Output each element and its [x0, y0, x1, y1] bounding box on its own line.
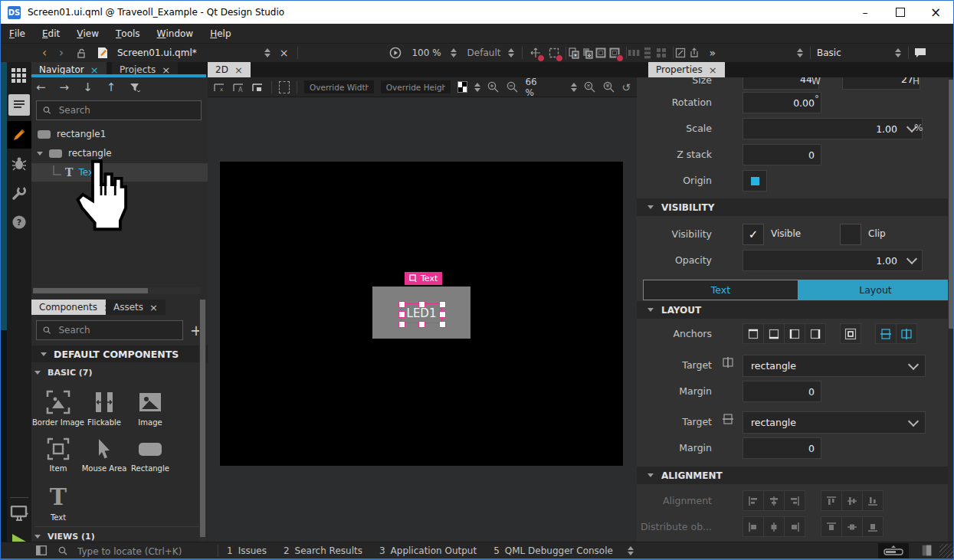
border-style-icon[interactable] [594, 46, 608, 60]
root-item-canvas[interactable]: Text LED1 [220, 162, 623, 466]
anchor-fill-button[interactable] [840, 323, 861, 344]
menu-file[interactable]: File [1, 24, 34, 43]
projects-mode-icon[interactable] [8, 182, 30, 204]
component-image[interactable]: Image [127, 390, 173, 427]
debug-mode-icon[interactable] [8, 153, 30, 175]
distribute-bottom-icon[interactable] [862, 516, 884, 537]
grid-layout-icon[interactable] [654, 46, 668, 60]
resize-handle[interactable] [439, 311, 446, 318]
forward-icon[interactable]: › [53, 46, 70, 60]
reset-view-icon[interactable]: x [214, 80, 226, 94]
size-h-field[interactable]: 27 [842, 77, 920, 90]
edit-annotation-icon[interactable] [674, 46, 687, 60]
visibility-section-header[interactable]: VISIBILITY [637, 198, 954, 216]
size-w-field[interactable]: 44 [743, 77, 819, 90]
pane-application-output[interactable]: 3Application Output [371, 545, 485, 556]
rectangle-element[interactable]: Text LED1 [372, 287, 470, 339]
navigator-hscrollbar[interactable] [33, 287, 200, 294]
toggle-left-sidebar-icon[interactable] [34, 544, 48, 558]
locator-search-icon[interactable] [56, 544, 70, 558]
margin2-field[interactable]: 0 [743, 437, 821, 459]
anchor-horizontal-center-button[interactable] [896, 323, 917, 344]
components-vscrollbar[interactable] [199, 300, 206, 542]
navigator-search-input[interactable] [57, 104, 195, 116]
pane-issues[interactable]: 1Issues [218, 545, 275, 556]
pane-qml-debugger-console[interactable]: 5QML Debugger Console [485, 545, 621, 556]
distribute-top-icon[interactable] [821, 516, 842, 537]
anchor-right-button[interactable] [805, 323, 826, 344]
style-spinner-icon[interactable] [508, 48, 514, 57]
build-progress-icon[interactable] [878, 543, 909, 558]
close-document-icon[interactable]: × [270, 47, 298, 59]
component-item[interactable]: Item [35, 437, 81, 473]
component-flickable[interactable]: Flickable [81, 390, 127, 427]
panes-spinner-icon[interactable] [628, 546, 634, 555]
menu-edit[interactable]: Edit [34, 24, 68, 43]
current-document-label[interactable]: Screen01.ui.qml* [117, 47, 197, 58]
nav-move-down-icon[interactable]: ↓ [83, 80, 93, 94]
menu-help[interactable]: Help [202, 24, 239, 43]
kit-spinner2-icon[interactable] [895, 48, 901, 57]
rotation-field[interactable]: 0.00 [743, 92, 821, 113]
copy-style-icon[interactable]: ★ [566, 46, 580, 60]
tab-2d[interactable]: 2D × [208, 62, 251, 77]
nav-move-left-icon[interactable]: ← [36, 80, 46, 94]
fit-selection-icon[interactable]: A [233, 80, 245, 94]
navigator-search[interactable] [36, 100, 202, 120]
zoom-selection-icon[interactable] [584, 80, 596, 94]
resize-handle[interactable] [439, 301, 446, 308]
welcome-mode-icon[interactable] [8, 65, 30, 87]
design-mode-icon[interactable] [7, 121, 31, 149]
resize-handle[interactable] [398, 311, 405, 318]
resize-handle[interactable] [398, 321, 405, 328]
border-reset-icon[interactable] [608, 46, 621, 60]
nav-filter-icon[interactable] [129, 83, 140, 93]
resize-handle[interactable] [418, 321, 425, 328]
edit-mode-icon[interactable] [8, 94, 30, 116]
component-text[interactable]: T Text [35, 485, 81, 522]
tab-projects-close-icon[interactable]: × [162, 65, 170, 75]
close-button[interactable]: × [918, 1, 953, 24]
zoom-in-icon[interactable] [487, 80, 500, 94]
properties-tab-layout[interactable]: Layout [798, 280, 952, 300]
section-views[interactable]: VIEWS (1) [34, 532, 95, 542]
align-right-icon[interactable] [784, 490, 805, 511]
component-rectangle[interactable]: Rectangle [127, 437, 173, 473]
move-component-icon[interactable] [529, 46, 543, 60]
distribute-right-icon[interactable] [784, 516, 805, 537]
components-search-input[interactable] [57, 324, 176, 336]
live-preview-icon[interactable] [8, 503, 30, 525]
override-width-field[interactable] [304, 80, 374, 93]
tree-item-rectangle1[interactable]: rectangle1 [31, 125, 208, 143]
margin1-field[interactable]: 0 [743, 381, 821, 402]
swatch-spinner-icon[interactable] [474, 83, 480, 92]
section-basic[interactable]: BASIC (7) [34, 368, 93, 378]
zstack-field[interactable]: 0 [743, 144, 821, 165]
expand-caret-icon[interactable] [37, 152, 43, 156]
toolbar-overflow-button[interactable]: » [709, 47, 716, 59]
back-icon[interactable]: ‹ [36, 46, 53, 60]
target1-dropdown[interactable]: rectangle [743, 355, 926, 377]
tab-properties[interactable]: Properties × [648, 62, 725, 77]
style-selector[interactable]: Default [467, 47, 501, 58]
layout-section-header[interactable]: LAYOUT [637, 301, 954, 319]
distribute-vertical-center-icon[interactable] [841, 516, 863, 537]
opacity-field[interactable]: 1.00 [743, 250, 923, 271]
resize-handle[interactable] [418, 301, 425, 308]
anchor-vertical-center-button[interactable] [875, 323, 897, 344]
canvas-color-swatch[interactable] [457, 81, 467, 93]
help-mode-icon[interactable]: ? [8, 211, 30, 233]
export-icon[interactable] [687, 46, 701, 60]
fit-canvas-icon[interactable] [252, 80, 264, 94]
kit-spinner-icon[interactable] [797, 48, 803, 57]
anchor-left-button[interactable] [784, 323, 805, 344]
align-horizontal-center-icon[interactable] [763, 490, 785, 511]
maximize-button[interactable] [883, 1, 918, 24]
scrollbar-thumb[interactable] [200, 300, 205, 537]
tab-properties-close-icon[interactable]: × [709, 65, 717, 75]
make-component-icon[interactable] [547, 46, 561, 60]
scrollbar-thumb[interactable] [33, 288, 148, 293]
lock-icon[interactable] [74, 46, 88, 60]
clip-checkbox[interactable] [840, 224, 861, 245]
reset-zoom-icon[interactable]: ↺ [621, 81, 631, 93]
